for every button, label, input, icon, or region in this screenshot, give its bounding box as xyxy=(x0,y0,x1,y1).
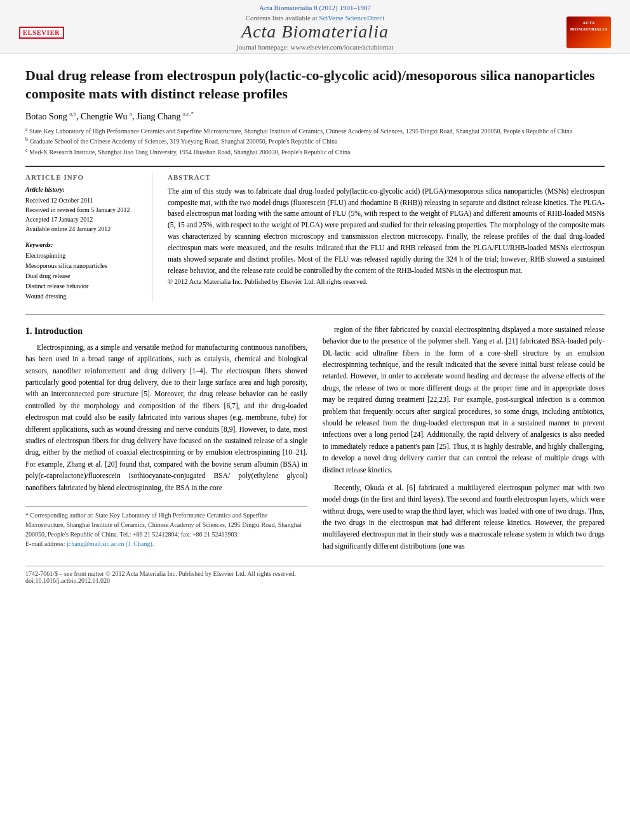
paper-body: Dual drug release from electrospun poly(… xyxy=(0,54,630,603)
article-info-abstract-section: ARTICLE INFO Article history: Received 1… xyxy=(25,166,605,302)
authors-line: Botao Song a,b, Chengtie Wu a, Jiang Cha… xyxy=(25,110,605,122)
article-info-heading: ARTICLE INFO xyxy=(25,173,142,181)
keywords-label: Keywords: xyxy=(25,241,142,248)
abstract-col: ABSTRACT The aim of this study was to fa… xyxy=(168,173,605,302)
affiliation-a: a State Key Laboratory of High Performan… xyxy=(25,126,605,136)
keyword-3: Dual drug release xyxy=(25,271,142,281)
paper-title: Dual drug release from electrospun poly(… xyxy=(25,67,605,103)
intro-paragraph-1: Electrospinning, as a simple and versati… xyxy=(25,342,307,493)
body-right-col: region of the fiber fabricated by coaxia… xyxy=(323,324,605,558)
affiliations: a State Key Laboratory of High Performan… xyxy=(25,126,605,157)
affiliation-b: b Graduate School of the Chinese Academy… xyxy=(25,136,605,146)
acta-logo-img-text: ACTA BIOMATERIALIA xyxy=(566,17,611,33)
abstract-heading: ABSTRACT xyxy=(168,173,605,181)
page-footer: 1742-7061/$ – see front matter © 2012 Ac… xyxy=(25,566,605,584)
journal-homepage: journal homepage: www.elsevier.com/locat… xyxy=(70,43,560,51)
keyword-4: Distinct release behavior xyxy=(25,281,142,291)
history-item-2: Received in revised form 5 January 2012 xyxy=(25,205,142,215)
footnote-section: * Corresponding author at: State Key Lab… xyxy=(25,506,307,549)
journal-title-main: Acta Biomaterialia xyxy=(70,22,560,42)
article-history-label: Article history: xyxy=(25,186,142,193)
footnote-email[interactable]: jchang@mail.sic.ac.cn (J. Chang). xyxy=(67,540,154,547)
keyword-2: Mesoporous silica nanoparticles xyxy=(25,261,142,271)
acta-logo-img: ACTA BIOMATERIALIA xyxy=(566,17,611,48)
journal-header: Acta Biomaterialia 8 (2012) 1901–1907 EL… xyxy=(0,0,630,54)
footnote-star: * Corresponding author at: State Key Lab… xyxy=(25,510,307,549)
elsevier-logo: ELSEVIER xyxy=(19,27,70,39)
authors-text: Botao Song a,b, Chengtie Wu a, Jiang Cha… xyxy=(25,112,194,121)
sciverse-link[interactable]: SciVerse ScienceDirect xyxy=(319,14,384,22)
keyword-1: Electrospinning xyxy=(25,251,142,261)
article-info-col: ARTICLE INFO Article history: Received 1… xyxy=(25,173,152,302)
keywords-section: Keywords: Electrospinning Mesoporous sil… xyxy=(25,241,142,302)
history-item-1: Received 12 October 2011 xyxy=(25,196,142,205)
elsevier-text: ELSEVIER xyxy=(19,27,64,39)
keyword-5: Wound dressing xyxy=(25,291,142,302)
body-content: 1. Introduction Electrospinning, as a si… xyxy=(25,314,605,558)
journal-citation: Acta Biomaterialia 8 (2012) 1901–1907 xyxy=(6,4,624,11)
journal-logo-row: ELSEVIER Contents lists available at Sci… xyxy=(6,14,624,51)
intro-paragraph-2: region of the fiber fabricated by coaxia… xyxy=(323,324,605,476)
footnote-email-label: E-mail address: xyxy=(25,540,65,547)
history-item-3: Accepted 17 January 2012 xyxy=(25,215,142,224)
acta-logo-box: ACTA BIOMATERIALIA xyxy=(560,17,611,48)
sciverse-note: Contents lists available at SciVerse Sci… xyxy=(70,14,560,22)
footer-issn: 1742-7061/$ – see front matter © 2012 Ac… xyxy=(25,570,605,577)
abstract-text: The aim of this study was to fabricate d… xyxy=(168,186,605,288)
introduction-title: 1. Introduction xyxy=(25,326,307,337)
history-item-4: Available online 24 January 2012 xyxy=(25,224,142,234)
body-left-col: 1. Introduction Electrospinning, as a si… xyxy=(25,324,307,558)
abstract-copyright: © 2012 Acta Materialia Inc. Published by… xyxy=(168,278,368,285)
affiliation-c: c Med-X Research Institute, Shanghai Jia… xyxy=(25,147,605,157)
footer-doi: doi:10.1016/j.actbio.2012.01.020 xyxy=(25,577,605,584)
journal-title-block: Contents lists available at SciVerse Sci… xyxy=(70,14,560,51)
intro-paragraph-3: Recently, Okuda et al. [6] fabricated a … xyxy=(323,482,605,552)
